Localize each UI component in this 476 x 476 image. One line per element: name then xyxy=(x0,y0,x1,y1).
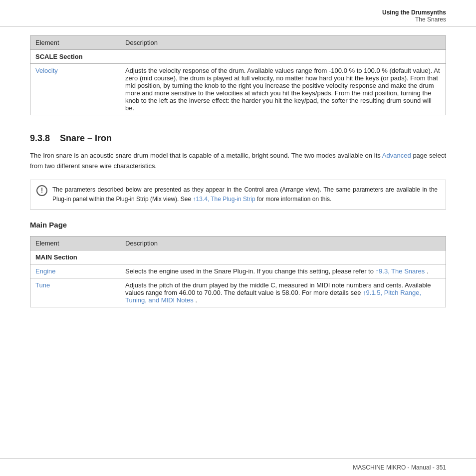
table-row: Tune Adjusts the pitch of the drum playe… xyxy=(30,278,446,307)
info-box: ! The parameters described below are pre… xyxy=(30,180,446,210)
table1-header-element: Element xyxy=(30,36,120,50)
scale-section-empty xyxy=(120,50,446,64)
engine-description: Selects the engine used in the Snare Plu… xyxy=(120,264,446,278)
header-title: Using the Drumsynths xyxy=(30,9,446,16)
page-container: Using the Drumsynths The Snares Element … xyxy=(0,0,476,476)
table-row: MAIN Section xyxy=(30,250,446,264)
table2-header-element: Element xyxy=(30,236,120,250)
engine-desc-before: Selects the engine used in the Snare Plu… xyxy=(125,267,374,275)
snares-link[interactable]: ↑9.3, The Snares xyxy=(376,267,425,275)
advanced-link[interactable]: Advanced xyxy=(382,152,411,159)
table-row: SCALE Section xyxy=(30,50,446,64)
footer-text: MASCHINE MIKRO - Manual - 351 xyxy=(353,464,446,471)
section-938-heading: 9.3.8 Snare – Iron xyxy=(30,129,446,144)
velocity-link[interactable]: Velocity xyxy=(30,64,120,115)
table2-header-description: Description xyxy=(120,236,446,250)
tune-link[interactable]: Tune xyxy=(35,281,50,289)
velocity-description: Adjusts the velocity response of the dru… xyxy=(120,64,446,115)
section-number: 9.3.8 xyxy=(30,133,50,144)
main-content: Element Description SCALE Section Veloci… xyxy=(0,26,476,341)
page-footer: MASCHINE MIKRO - Manual - 351 xyxy=(0,459,476,476)
tune-description: Adjusts the pitch of the drum played by … xyxy=(120,278,446,307)
intro-text1: The Iron snare is an acoustic snare drum… xyxy=(30,152,381,159)
engine-cell[interactable]: Engine xyxy=(30,264,120,278)
engine-link[interactable]: Engine xyxy=(35,267,55,275)
table-row: Velocity Adjusts the velocity response o… xyxy=(30,64,446,115)
scale-section-label: SCALE Section xyxy=(30,50,120,64)
engine-desc-after: . xyxy=(427,267,429,275)
table-scale: Element Description SCALE Section Veloci… xyxy=(30,35,446,115)
tune-desc-after: . xyxy=(195,296,197,304)
main-section-label: MAIN Section xyxy=(30,250,120,264)
plugin-strip-link[interactable]: ↑13.4, The Plug-in Strip xyxy=(193,196,255,203)
section-title: Snare – Iron xyxy=(60,133,112,144)
info-text2: for more information on this. xyxy=(257,196,331,203)
main-section-empty xyxy=(120,250,446,264)
velocity-anchor[interactable]: Velocity xyxy=(35,67,58,74)
main-page-heading: Main Page xyxy=(30,221,446,229)
table-row: Engine Selects the engine used in the Sn… xyxy=(30,264,446,278)
tune-cell[interactable]: Tune xyxy=(30,278,120,307)
info-icon: ! xyxy=(36,185,47,196)
header-subtitle: The Snares xyxy=(30,16,446,23)
intro-paragraph: The Iron snare is an acoustic snare drum… xyxy=(30,151,446,172)
table-main: Element Description MAIN Section Engine … xyxy=(30,236,446,307)
table1-header-description: Description xyxy=(120,36,446,50)
page-header: Using the Drumsynths The Snares xyxy=(0,0,476,26)
